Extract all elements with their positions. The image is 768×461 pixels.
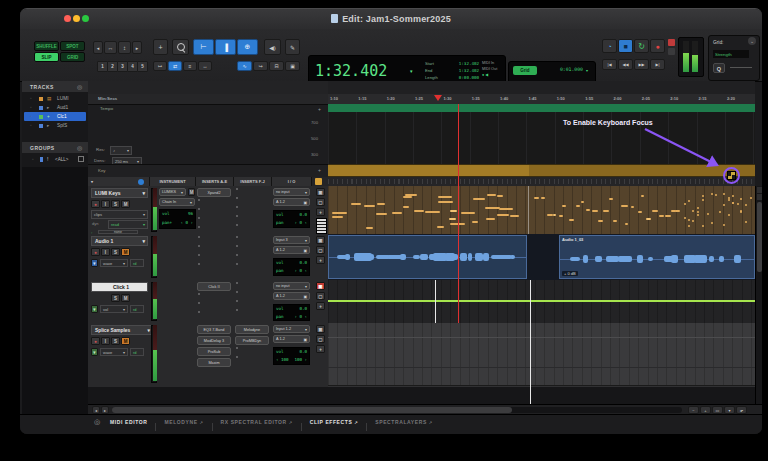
- track-list-item-aud1[interactable]: ◦▸Aud1: [24, 103, 86, 112]
- insert-melodyne[interactable]: Melodyne: [235, 325, 269, 334]
- io-column-header[interactable]: I / O: [272, 177, 312, 186]
- add-button[interactable]: +: [316, 256, 325, 264]
- scrubber-tool-speaker-icon[interactable]: ◀): [264, 39, 281, 55]
- editor-target-icon[interactable]: ◎: [94, 415, 100, 429]
- zoom-toggle-icon[interactable]: +: [153, 39, 168, 55]
- insert-prosub[interactable]: ProSub: [197, 347, 231, 356]
- zoom-preset-5[interactable]: 5: [137, 61, 148, 72]
- group-focus-button[interactable]: [315, 178, 322, 185]
- zoom-sel-button[interactable]: ▾: [724, 406, 735, 414]
- automation-mode-selector[interactable]: rd: [130, 348, 144, 356]
- add-button[interactable]: +: [316, 302, 325, 310]
- audio-clip-2[interactable]: Audio 1_03 + 0 dB: [559, 235, 755, 279]
- group-edit-icon[interactable]: [78, 156, 84, 162]
- inserts-fj-column-header[interactable]: INSERTS F-J: [234, 177, 272, 186]
- solo-button[interactable]: S: [111, 337, 120, 345]
- io-input-selector[interactable]: Input 1-2▾: [273, 325, 310, 333]
- audio-clip-1[interactable]: [328, 235, 527, 279]
- click-volume-line[interactable]: [328, 300, 755, 302]
- horizontal-zoom-icon[interactable]: ↔: [104, 41, 117, 54]
- splice-lane[interactable]: [328, 323, 755, 388]
- track-name[interactable]: Splice Samples▾: [91, 325, 153, 335]
- layered-edit-icon[interactable]: ⊟: [269, 61, 284, 71]
- minsecs-label[interactable]: Min:Secs: [98, 96, 117, 101]
- tab-spectralayers[interactable]: SPECTRALAYERS↗: [367, 415, 440, 429]
- inserts-ae-rack[interactable]: Xpand2: [197, 188, 231, 235]
- track-list-item-lumi[interactable]: ◦▤LUMI: [24, 94, 86, 103]
- track-name[interactable]: Audio 1▾: [91, 236, 148, 246]
- elastic-audio-button[interactable]: ▾: [91, 259, 98, 267]
- instrument-device-selector[interactable]: LUMIKS▾: [159, 188, 186, 196]
- lock-button[interactable]: ▢: [316, 198, 325, 206]
- zoomer-tool-magnifier-icon[interactable]: [172, 39, 189, 55]
- zoom-fit-button[interactable]: ▭: [712, 406, 723, 414]
- rewind-button[interactable]: ◀◀: [618, 59, 633, 70]
- zoom-out-arrow-icon[interactable]: ◂: [93, 41, 103, 54]
- tab-rx-spectral-editor[interactable]: RX SPECTRAL EDITOR↗: [213, 415, 301, 429]
- resolution-dropdown[interactable]: ♪▾: [110, 146, 132, 155]
- group-item-label[interactable]: <ALL>: [55, 157, 69, 162]
- io-output-selector[interactable]: A 1-2▣: [273, 246, 310, 254]
- empty-insert-slot[interactable]: [198, 293, 200, 295]
- empty-insert-slot[interactable]: [198, 254, 200, 256]
- add-button[interactable]: +: [316, 208, 325, 216]
- tempo-label[interactable]: Tempo: [100, 106, 113, 111]
- pencil-tool-icon[interactable]: ✎: [285, 39, 300, 55]
- capture-icon[interactable]: ▣: [285, 61, 300, 71]
- strength-display[interactable]: Strength: [713, 50, 749, 58]
- solo-button[interactable]: S: [111, 248, 120, 256]
- insert-xpand2[interactable]: Xpand2: [197, 188, 231, 197]
- io-input-selector[interactable]: Input 3▾: [273, 236, 310, 244]
- empty-insert-slot[interactable]: [198, 302, 200, 304]
- record-arm-button[interactable]: ●: [91, 248, 100, 256]
- grid-dropdown-icon[interactable]: ▾: [586, 68, 588, 73]
- empty-insert-slot[interactable]: [236, 245, 238, 247]
- group-visibility-dot[interactable]: ◦: [32, 156, 34, 162]
- empty-insert-slot[interactable]: [236, 197, 238, 199]
- empty-insert-slot[interactable]: [198, 226, 200, 228]
- io-input-selector[interactable]: no input▾: [273, 282, 310, 290]
- automation-mode-selector[interactable]: rd: [130, 305, 144, 313]
- inserts-ae-rack[interactable]: Click II: [197, 282, 231, 320]
- empty-insert-slot[interactable]: [236, 309, 238, 311]
- automation-mode-selector[interactable]: read▾: [108, 220, 148, 229]
- loop-icon[interactable]: ↪: [253, 61, 268, 71]
- empty-insert-slot[interactable]: [236, 215, 238, 217]
- audio-lane[interactable]: Audio 1_03 + 0 dB: [328, 234, 755, 281]
- inserts-fj-rack[interactable]: [235, 188, 269, 233]
- inserts-fj-rack[interactable]: MelodyneProMBDyn: [235, 325, 269, 365]
- track-name[interactable]: Click 1: [91, 282, 148, 292]
- tab-clip-effects[interactable]: CLIP EFFECTS↗: [302, 415, 367, 429]
- lock-button[interactable]: ▢: [316, 246, 325, 254]
- solo-button[interactable]: S: [111, 200, 120, 208]
- playhead-marker[interactable]: [434, 95, 442, 101]
- trim-tool-icon[interactable]: ⊢: [193, 39, 214, 55]
- key-add-icon[interactable]: +: [318, 167, 321, 173]
- input-monitor-button[interactable]: I: [101, 337, 110, 345]
- strength-slider[interactable]: [730, 67, 752, 68]
- freeze-button[interactable]: ▣: [316, 325, 325, 333]
- mute-button[interactable]: M: [121, 248, 130, 256]
- counter-dropdown-icon[interactable]: ▾: [410, 68, 413, 74]
- scroll-down-button[interactable]: [757, 194, 762, 200]
- empty-insert-slot[interactable]: [198, 199, 200, 201]
- instrument-column-header[interactable]: INSTRUMENT: [150, 177, 196, 186]
- selector-tool-icon[interactable]: ▐: [215, 39, 236, 55]
- track-name[interactable]: LUMI Keys▾: [91, 188, 148, 198]
- empty-insert-slot[interactable]: [198, 236, 200, 238]
- record-button[interactable]: ●: [650, 39, 665, 53]
- clip-gain-badge[interactable]: + 0 dB: [562, 271, 578, 276]
- zoom-all-button[interactable]: ◂▪: [736, 406, 747, 414]
- vertical-scroll-thumb[interactable]: [757, 202, 762, 272]
- empty-insert-slot[interactable]: [236, 300, 238, 302]
- input-monitor-button[interactable]: I: [101, 248, 110, 256]
- empty-insert-slot[interactable]: [236, 206, 238, 208]
- io-vol-pan-display[interactable]: vol0.0 pan› 0 ‹: [273, 210, 310, 228]
- main-counter-time[interactable]: 1:32.402: [315, 62, 387, 80]
- spot-mode-button[interactable]: SPOT: [60, 41, 85, 51]
- empty-insert-slot[interactable]: [198, 217, 200, 219]
- link-timeline-edit-selection-icon[interactable]: ∿: [237, 61, 252, 71]
- return-to-zero-button[interactable]: |◀: [602, 59, 617, 70]
- empty-insert-slot[interactable]: [236, 254, 238, 256]
- track-view-selector[interactable]: vol▾: [100, 305, 128, 313]
